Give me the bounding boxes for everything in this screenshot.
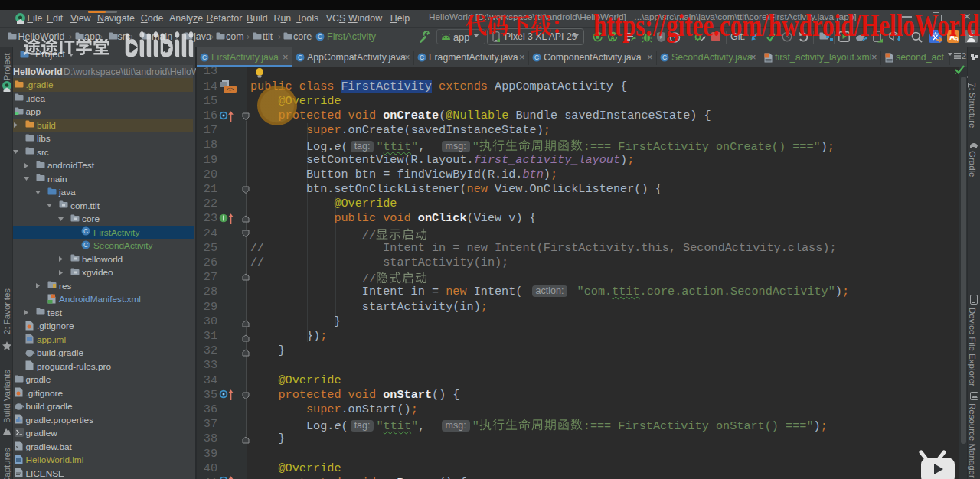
svg-text:C: C <box>662 54 667 61</box>
svg-text:C: C <box>534 54 539 61</box>
svg-text:C: C <box>298 54 302 61</box>
svg-text:<>: <> <box>227 86 234 93</box>
svg-text:C: C <box>420 54 424 61</box>
svg-text:C: C <box>318 33 322 41</box>
svg-text:C: C <box>202 54 207 61</box>
svg-text:C: C <box>83 241 88 249</box>
svg-text:C: C <box>83 227 88 235</box>
